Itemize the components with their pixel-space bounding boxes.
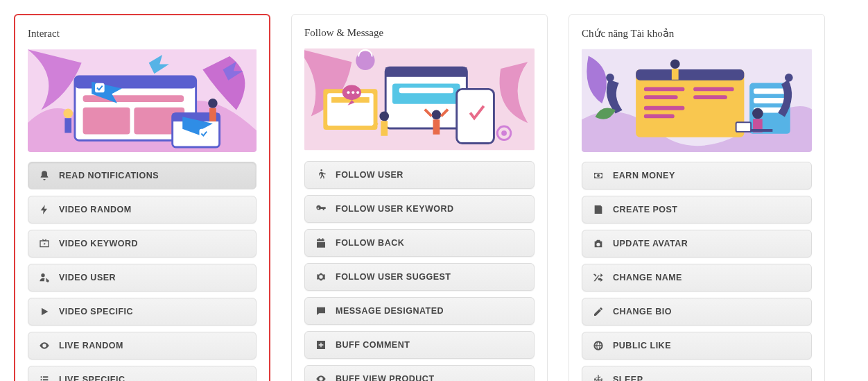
svg-point-29 (432, 110, 442, 120)
svg-rect-37 (693, 87, 734, 91)
action-button[interactable]: CHANGE BIO (582, 298, 812, 325)
svg-rect-33 (644, 87, 685, 91)
feature-card: Interact READ NOTIFICATIONSVIDEO RANDOMV… (14, 14, 270, 381)
svg-rect-40 (754, 88, 786, 94)
action-label: UPDATE AVATAR (613, 239, 801, 248)
card-title: Interact (28, 28, 257, 40)
svg-rect-14 (385, 67, 467, 77)
action-label: LIVE RANDOM (59, 341, 246, 350)
action-label: PUBLIC LIKE (613, 341, 801, 350)
action-label: SLEEP (613, 375, 801, 381)
card-illustration (28, 48, 257, 152)
tv-icon (38, 237, 51, 250)
camera-icon (592, 237, 605, 250)
action-label: LIVE SPECIFIC (59, 375, 246, 381)
globe-icon (592, 339, 605, 352)
list-icon (38, 373, 51, 381)
action-button[interactable]: UPDATE AVATAR (582, 230, 812, 257)
svg-point-23 (501, 130, 507, 136)
cards-container: Interact READ NOTIFICATIONSVIDEO RANDOMV… (14, 14, 854, 381)
action-list: FOLLOW USERFOLLOW USER KEYWORDFOLLOW BAC… (304, 161, 535, 381)
svg-rect-9 (200, 129, 209, 139)
action-label: FOLLOW USER KEYWORD (336, 204, 524, 214)
action-button[interactable]: FOLLOW BACK (304, 229, 535, 257)
svg-rect-15 (392, 84, 460, 104)
bell-icon (38, 169, 51, 182)
action-list: READ NOTIFICATIONSVIDEO RANDOMVIDEO KEYW… (28, 162, 257, 381)
svg-point-43 (606, 74, 614, 82)
walk-icon (315, 169, 327, 181)
bolt-icon (38, 203, 51, 216)
action-label: EARN MONEY (613, 171, 801, 180)
action-label: FOLLOW USER (336, 170, 524, 180)
action-label: CREATE POST (613, 205, 801, 214)
post-icon (592, 203, 605, 216)
action-button[interactable]: MESSAGE DESIGNATED (304, 297, 535, 325)
action-button[interactable]: VIDEO KEYWORD (28, 230, 257, 257)
action-label: FOLLOW BACK (336, 238, 524, 248)
action-button[interactable]: LIVE RANDOM (28, 332, 257, 359)
svg-rect-36 (644, 115, 675, 119)
svg-rect-38 (693, 95, 727, 99)
svg-rect-4 (83, 108, 130, 135)
pencil-icon (592, 305, 605, 318)
shuffle-icon (592, 271, 605, 284)
svg-point-11 (208, 99, 218, 108)
action-label: BUFF VIEW PRODUCT (336, 374, 524, 381)
svg-rect-8 (95, 83, 105, 93)
user-gear-icon (38, 271, 51, 284)
key-icon (315, 203, 327, 215)
svg-rect-47 (736, 122, 751, 132)
feature-card: Follow & Message FOLL (291, 14, 548, 381)
eye-icon (38, 339, 51, 352)
action-label: BUFF COMMENT (336, 340, 524, 350)
snowflake-icon (592, 373, 605, 381)
svg-rect-35 (644, 106, 685, 110)
feature-card: Chức năng Tài khoản EARN MONEYCREATE POS… (568, 14, 825, 381)
svg-point-28 (379, 112, 389, 121)
action-label: MESSAGE DESIGNATED (336, 306, 524, 316)
svg-point-48 (670, 59, 680, 69)
action-label: FOLLOW USER SUGGEST (336, 272, 524, 282)
action-button[interactable]: BUFF VIEW PRODUCT (304, 365, 535, 381)
action-button[interactable]: CHANGE NAME (582, 264, 812, 291)
action-button[interactable]: PUBLIC LIKE (582, 332, 812, 359)
svg-point-44 (785, 74, 793, 82)
action-button[interactable]: VIDEO SPECIFIC (28, 298, 257, 325)
action-button[interactable]: SLEEP (582, 366, 812, 381)
svg-rect-16 (399, 87, 453, 93)
action-label: VIDEO RANDOM (59, 205, 246, 214)
action-button[interactable]: VIDEO USER (28, 264, 257, 291)
action-button[interactable]: VIDEO RANDOM (28, 196, 257, 223)
action-label: VIDEO KEYWORD (59, 239, 246, 248)
card-title: Chức năng Tài khoản (582, 27, 812, 40)
svg-point-45 (752, 108, 763, 119)
action-button[interactable]: EARN MONEY (582, 162, 812, 189)
card-title: Follow & Message (304, 27, 535, 39)
action-button[interactable]: FOLLOW USER KEYWORD (304, 195, 535, 223)
svg-point-10 (63, 109, 73, 119)
action-button[interactable]: READ NOTIFICATIONS (28, 162, 257, 189)
card-illustration (582, 48, 812, 152)
svg-rect-41 (754, 98, 786, 103)
gear-icon (315, 271, 327, 283)
plus-square-icon (315, 339, 327, 351)
svg-rect-34 (644, 95, 678, 99)
action-button[interactable]: FOLLOW USER (304, 161, 535, 189)
action-label: VIDEO USER (59, 273, 246, 282)
action-label: VIDEO SPECIFIC (59, 307, 246, 316)
action-button[interactable]: LIVE SPECIFIC (28, 366, 257, 381)
svg-point-25 (347, 91, 350, 94)
money-icon (592, 169, 605, 182)
svg-point-27 (356, 91, 359, 94)
action-button[interactable]: FOLLOW USER SUGGEST (304, 263, 535, 291)
eye-icon (315, 373, 327, 381)
action-button[interactable]: CREATE POST (582, 196, 812, 223)
svg-point-26 (351, 91, 354, 94)
svg-rect-32 (636, 69, 744, 81)
action-label: READ NOTIFICATIONS (59, 171, 246, 180)
play-icon (38, 305, 51, 318)
action-button[interactable]: BUFF COMMENT (304, 331, 535, 359)
calendar-icon (315, 237, 327, 249)
action-label: CHANGE NAME (613, 273, 801, 282)
